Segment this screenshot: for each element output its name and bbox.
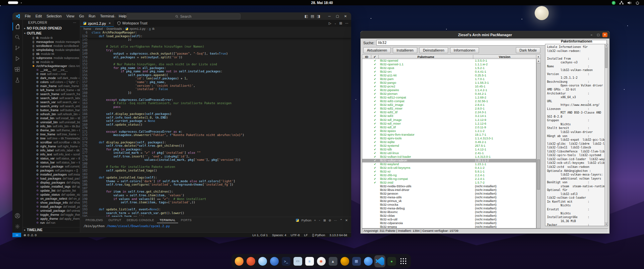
outline-item-toggle_theme[interactable]: ⊙toggle_themedef toggle_theme: [23, 213, 80, 217]
code-line-152[interactable]: 152 # Nur Pakete hinzufügen, die noch ni…: [80, 63, 351, 66]
menu-file[interactable]: File: [22, 14, 33, 18]
menu-selection[interactable]: Selection: [44, 14, 64, 18]
package-row-lib32-vulkan-icd-loader[interactable]: ✔lib32-vulkan-icd-loader1.4.313.0-1: [362, 155, 536, 159]
scroll-up-icon[interactable]: ▲: [537, 59, 540, 63]
outline-item-info_btn[interactable]: ⚙info_btnself.info_btn = ttk.Button…: [23, 124, 80, 128]
outline-item-dark_mode[interactable]: ⚙dark_modeself.dark_mode = False: [23, 76, 80, 80]
code-line-178[interactable]: 178 self.tree.insert('', 'end', iid=pkg[…: [80, 155, 351, 158]
info-panel[interactable]: Lokale Informationen für lib32-vulkan-ra…: [545, 44, 608, 226]
code-line-149[interactable]: 149 output = subprocess.check_output(["p…: [80, 52, 351, 56]
button-informationen[interactable]: Informationen: [450, 47, 479, 53]
nav-forward-icon[interactable]: →: [121, 14, 125, 18]
outline-item-search_entry[interactable]: ⚙search_entryself.search_entry = ttk.En…: [23, 104, 80, 108]
code-line-160[interactable]: 160 }): [80, 91, 351, 95]
info-scroll-up-icon[interactable]: ▲: [605, 44, 608, 48]
toggle-secondary-sidebar-icon[interactable]: ◨: [317, 14, 320, 18]
package-row-lib32-sdl_image[interactable]: ✔lib32-sdl_image1.2.12-9: [362, 118, 536, 122]
close-panel-icon[interactable]: ✕: [345, 218, 348, 222]
outline-item-display_packages[interactable]: ⊙display_packagesdef display_packages: [23, 181, 80, 185]
status-item[interactable]: Spaces: 4: [272, 233, 286, 237]
outline-item-button_frame[interactable]: ⚙button_frameself.button_frame = ttk.Fr…: [23, 108, 80, 112]
package-row-lib32-mesa-debug[interactable]: lib32-mesa-debug(nicht installiert): [362, 207, 536, 210]
menu-go[interactable]: Go: [77, 14, 87, 18]
package-row-lib32-zstd[interactable]: ✔lib32-zstd1.5.7-2: [362, 181, 536, 185]
menu-run[interactable]: Run: [86, 14, 98, 18]
activity-extensions-icon[interactable]: [12, 64, 22, 75]
outline-item-right_frame[interactable]: ⚙right_frameself.right_frame = ttk.Fra…: [23, 144, 80, 148]
package-row-lib32-nvidia-550xx-utils[interactable]: lib32-nvidia-550xx-utils(nicht installie…: [362, 185, 536, 188]
code-line-173[interactable]: 173: [80, 137, 351, 141]
outline-item-install_package[interactable]: ⊙install_packagedef install_package: [23, 205, 80, 209]
outline-item-re[interactable]: {}remodule re: [23, 60, 80, 64]
pacmanager-titlebar[interactable]: Ziesel's Arch mini PacManager – ▢ ✕: [361, 31, 609, 39]
dock-browser-blue[interactable]: [269, 255, 280, 267]
dock-text-editor[interactable]: ≡: [304, 255, 315, 267]
code-line-170[interactable]: 170: [80, 126, 351, 130]
package-row-lib32-xz[interactable]: ✔lib32-xz5.8.1-1: [362, 170, 536, 174]
code-line-154[interactable]: 154 if pkg_name and pkg_name not in self…: [80, 70, 351, 73]
status-item[interactable]: 3.13.3 64-bit: [329, 233, 347, 237]
outline-item-info_label[interactable]: ⚙info_labelself.info_label = ttk.Label…: [23, 148, 80, 152]
breadcrumb-tk[interactable]: tk: [152, 27, 155, 30]
breadcrumb-zpcm1.2.py[interactable]: zpcm1.2.py: [129, 27, 146, 30]
outline-item-main_frame[interactable]: ⚙main_frameself.main_frame = ttk.Fra…: [23, 84, 80, 88]
outline-item-status_bar[interactable]: ⚙status_barself.status_bar = ttk.Lab…: [23, 160, 80, 164]
code-line-159[interactable]: 159 'installed': False: [80, 87, 351, 91]
dock-vscode[interactable]: [374, 255, 385, 267]
outline-item-colors[interactable]: ⚙colorsself.colors = { 'light': { '…: [23, 80, 80, 84]
package-row-lib32-spirv-llvm-translator[interactable]: ✔lib32-spirv-llvm-translator19.1.7-1: [362, 133, 536, 137]
code-line-181[interactable]: 181 # Farbe für installierte Pakete setz…: [80, 165, 351, 169]
column-header-version[interactable]: Version: [473, 55, 536, 59]
code-line-184[interactable]: 184 def update_installed_tags(self):: [80, 176, 351, 180]
info-scroll-down-icon[interactable]: ▼: [605, 222, 608, 226]
status-item[interactable]: UTF-8: [291, 233, 300, 237]
outline-item-status_var[interactable]: ⚙status_varself.status_var = tk.String…: [23, 156, 80, 160]
dock-app-dark[interactable]: ▲: [327, 255, 338, 267]
code-line-182[interactable]: 182 self.update_installed_tags(): [80, 169, 351, 173]
outline-item-show_package_info[interactable]: ⊙show_package_infodef show_packag…: [23, 201, 80, 205]
package-row-lib32-cdparanoia[interactable]: lib32-cdparanoia(nicht installiert): [362, 221, 536, 225]
section-no-folder[interactable]: ▸NO FOLDER OPENED: [23, 26, 80, 31]
dock-duckduckgo[interactable]: [245, 255, 256, 267]
outline-item-update_list[interactable]: ⊙update_listdef update_list: [23, 189, 80, 193]
outline-item-simpledialog[interactable]: {}simpledialogmodule simpledialog: [23, 48, 80, 52]
code-line-185[interactable]: 185 theme = self.colors['dark'] if self.…: [80, 180, 351, 183]
section-timeline[interactable]: ▸TIMELINE: [23, 227, 80, 232]
dock-app-navy[interactable]: ▦: [351, 255, 362, 267]
code-line-192[interactable]: 192: [80, 204, 351, 208]
breadcrumb-ziesel[interactable]: ziesel: [95, 27, 103, 30]
package-row-lib32-wayland[interactable]: ✔lib32-wayland1.23.1-1: [362, 162, 536, 166]
sidebar-more-icon[interactable]: ⋯: [73, 20, 76, 26]
outline-item-scrollbar[interactable]: ⚙scrollbarself.scrollbar = ttk.Scrollb…: [23, 140, 80, 144]
code-line-193[interactable]: 193 def update_list(self, event=None):: [80, 208, 351, 211]
power-icon[interactable]: [636, 1, 639, 5]
breadcrumb-home[interactable]: home: [84, 27, 91, 30]
dock-chromium[interactable]: [257, 255, 268, 267]
split-editor-icon[interactable]: ⊞: [339, 21, 342, 25]
package-row-lib32-cblas[interactable]: lib32-cblas(nicht installiert): [362, 214, 536, 218]
package-row-lib32-sdl2-compat[interactable]: ✔lib32-sdl2-compat2.32.56-1: [362, 99, 536, 103]
package-row-lib32-sdl2_image[interactable]: ✔lib32-sdl2_image2.8.4-1: [362, 103, 536, 107]
outline-item-uninstall_package[interactable]: ⊙uninstall_packagedef uninstall_packa…: [23, 209, 80, 213]
code-line-162[interactable]: 162 except subprocess.CalledProcessError…: [80, 98, 351, 102]
outline-item-search_var[interactable]: ⚙search_varself.search_var = tk.String…: [23, 100, 80, 104]
outline-item-update_status[interactable]: ⊙update_statusdef update_status: [23, 193, 80, 197]
code-line-179[interactable]: 179 values=(installed_mark, pkg['name'],…: [80, 158, 351, 162]
code-editor[interactable]: 145 })146 147 # Jetzt alle verfügbaren P…: [80, 31, 351, 217]
terminal[interactable]: /bin/python /home/ziesel/Downloads/zpcm1…: [80, 223, 351, 232]
outline-item-theme_btn[interactable]: ⚙theme_btnself.theme_btn = ttk.Butt…: [23, 128, 80, 132]
package-row-lib32-libxvmc[interactable]: lib32-libxvmc(nicht installiert): [362, 210, 536, 214]
breadcrumb[interactable]: home›ziesel›Downloads›zpcm1.2.py›{}tk: [80, 27, 351, 31]
outline-item-root[interactable]: ⚙rootself.root = root: [23, 72, 80, 76]
network-icon[interactable]: [620, 1, 624, 5]
package-row-lib32-zlib-ng[interactable]: ✔lib32-zlib-ng2.2.4-1: [362, 174, 536, 177]
window-minimize-icon[interactable]: ─: [326, 14, 333, 18]
dock-files[interactable]: ▭: [292, 255, 303, 267]
column-header-id[interactable]: ID: [362, 55, 371, 59]
package-row-lib32-speex[interactable]: ✔lib32-speex1.2.1-2: [362, 129, 536, 133]
dock-web-browser[interactable]: [363, 255, 374, 267]
package-list[interactable]: ✔lib32-openssl1:3.5.0-1✔lib32-openssl-1.…: [362, 59, 536, 228]
code-line-172[interactable]: 172 messagebox.showerror("Fehler", f"Kon…: [80, 133, 351, 137]
dock-browser-white[interactable]: ◉: [316, 255, 327, 267]
dock-terminal[interactable]: >_: [280, 255, 291, 267]
